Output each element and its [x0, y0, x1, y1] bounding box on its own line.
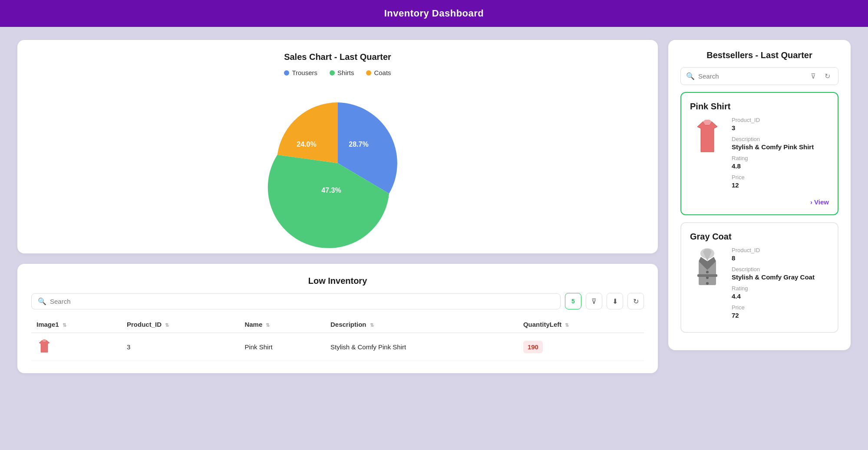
pid-label-0: Product_ID — [732, 117, 829, 123]
coats-dot — [366, 70, 371, 76]
product-body-pink-shirt: Product_ID 3 Description Stylish & Comfy… — [690, 117, 829, 193]
pink-shirt-svg — [692, 118, 723, 155]
trousers-label: Trousers — [292, 69, 317, 76]
svg-point-9 — [706, 271, 709, 273]
bs-filter-icon: ⊽ — [811, 72, 816, 80]
pie-chart: 28.7% 47.3% 24.0% — [268, 94, 407, 233]
col-qty: QuantityLeft ⇅ — [518, 316, 644, 333]
pid-value-0: 3 — [732, 124, 829, 131]
col-image: Image1 ⇅ — [31, 316, 122, 333]
table-row: 3 Pink Shirt Stylish & Comfy Pink Shirt … — [31, 333, 644, 361]
bs-filter-button[interactable]: ⊽ — [808, 71, 818, 81]
svg-marker-0 — [39, 340, 50, 352]
bs-search-icon: 🔍 — [686, 72, 695, 80]
bestsellers-search-row[interactable]: 🔍 ⊽ ↻ — [680, 67, 838, 85]
col-name: Name ⇅ — [239, 316, 325, 333]
price-value-0: 12 — [732, 181, 829, 189]
product-body-gray-coat: Product_ID 8 Description Stylish & Comfy… — [690, 247, 829, 323]
bs-refresh-icon: ↻ — [825, 72, 830, 80]
page-header: Inventory Dashboard — [0, 0, 868, 27]
search-icon: 🔍 — [38, 297, 46, 305]
view-label-0: View — [814, 198, 829, 206]
svg-point-8 — [700, 248, 714, 259]
rating-label-1: Rating — [732, 285, 829, 292]
bestsellers-search-input[interactable] — [698, 72, 805, 80]
svg-marker-2 — [697, 122, 717, 152]
product-name-pink-shirt: Pink Shirt — [690, 102, 829, 112]
rating-value-1: 4.4 — [732, 292, 829, 300]
price-label-1: Price — [732, 304, 829, 311]
view-link-pink-shirt[interactable]: › View — [690, 198, 829, 206]
desc-label-1: Description — [732, 266, 829, 273]
filter-badge-value: 5 — [571, 298, 575, 305]
pink-shirt-image — [690, 117, 725, 156]
price-value-1: 72 — [732, 312, 829, 319]
download-icon: ⬇ — [612, 297, 618, 305]
coats-label: Coats — [374, 69, 391, 76]
cell-image — [31, 333, 122, 361]
legend-trousers: Trousers — [284, 69, 317, 76]
cell-product-id: 3 — [122, 333, 239, 361]
sort-pid-icon[interactable]: ⇅ — [165, 322, 169, 328]
filter-icon: ⊽ — [591, 297, 597, 305]
desc-value-0: Stylish & Comfy Pink Shirt — [732, 143, 829, 151]
label-trousers: 28.7% — [349, 141, 368, 148]
sort-qty-icon[interactable]: ⇅ — [565, 322, 569, 328]
pid-value-1: 8 — [732, 254, 829, 262]
product-details-gray-coat: Product_ID 8 Description Stylish & Comfy… — [732, 247, 829, 323]
label-shirts: 47.3% — [321, 187, 341, 194]
price-label-0: Price — [732, 174, 829, 181]
pink-shirt-icon — [36, 338, 52, 354]
sales-chart-card: Sales Chart - Last Quarter Trousers Shir… — [17, 40, 658, 253]
sort-image-icon[interactable]: ⇅ — [63, 322, 66, 328]
main-content: Sales Chart - Last Quarter Trousers Shir… — [0, 27, 868, 450]
inventory-search-wrap[interactable]: 🔍 — [31, 293, 561, 309]
right-column: Bestsellers - Last Quarter 🔍 ⊽ ↻ Pink Sh… — [668, 40, 851, 438]
cell-name: Pink Shirt — [239, 333, 325, 361]
cell-quantity: 190 — [518, 333, 644, 361]
sort-name-icon[interactable]: ⇅ — [266, 322, 270, 328]
inventory-search-input[interactable] — [50, 298, 554, 305]
sales-chart-title: Sales Chart - Last Quarter — [31, 52, 644, 62]
chart-legend: Trousers Shirts Coats — [31, 69, 644, 76]
sort-desc-icon[interactable]: ⇅ — [370, 322, 374, 328]
table-header: Image1 ⇅ Product_ID ⇅ Name ⇅ Descripti — [31, 316, 644, 333]
left-column: Sales Chart - Last Quarter Trousers Shir… — [17, 40, 658, 438]
label-coats: 24.0% — [297, 141, 316, 148]
download-button[interactable]: ⬇ — [607, 293, 623, 309]
slice-coats — [277, 102, 337, 163]
product-card-gray-coat: Gray Coat — [680, 222, 838, 333]
col-product-id: Product_ID ⇅ — [122, 316, 239, 333]
shirts-dot — [330, 70, 335, 76]
inventory-search-row: 🔍 5 ⊽ ⬇ ↻ — [31, 293, 644, 309]
rating-value-0: 4.8 — [732, 162, 829, 170]
bestsellers-card: Bestsellers - Last Quarter 🔍 ⊽ ↻ Pink Sh… — [668, 40, 851, 350]
quantity-value: 190 — [523, 341, 543, 353]
gray-coat-svg — [692, 248, 723, 289]
low-inventory-title: Low Inventory — [31, 276, 644, 286]
page-title: Inventory Dashboard — [384, 8, 484, 19]
svg-rect-12 — [697, 274, 717, 277]
col-description: Description ⇅ — [325, 316, 518, 333]
refresh-icon: ↻ — [633, 297, 639, 305]
rating-label-0: Rating — [732, 155, 829, 161]
cell-description: Stylish & Comfy Pink Shirt — [325, 333, 518, 361]
trousers-dot — [284, 70, 289, 76]
desc-value-1: Stylish & Comfy Gray Coat — [732, 273, 829, 281]
filter-button[interactable]: ⊽ — [586, 293, 602, 309]
table-body: 3 Pink Shirt Stylish & Comfy Pink Shirt … — [31, 333, 644, 361]
shirts-label: Shirts — [337, 69, 354, 76]
bestsellers-title: Bestsellers - Last Quarter — [680, 50, 838, 60]
inventory-table: Image1 ⇅ Product_ID ⇅ Name ⇅ Descripti — [31, 316, 644, 361]
filter-badge-button[interactable]: 5 — [565, 293, 581, 309]
legend-coats: Coats — [366, 69, 391, 76]
legend-shirts: Shirts — [330, 69, 354, 76]
product-details-pink-shirt: Product_ID 3 Description Stylish & Comfy… — [732, 117, 829, 193]
product-name-gray-coat: Gray Coat — [690, 232, 829, 242]
low-inventory-card: Low Inventory 🔍 5 ⊽ ⬇ ↻ — [17, 264, 658, 373]
bs-refresh-button[interactable]: ↻ — [822, 71, 833, 81]
desc-label-0: Description — [732, 136, 829, 142]
refresh-button[interactable]: ↻ — [627, 293, 644, 309]
svg-point-11 — [706, 282, 709, 285]
pid-label-1: Product_ID — [732, 247, 829, 253]
